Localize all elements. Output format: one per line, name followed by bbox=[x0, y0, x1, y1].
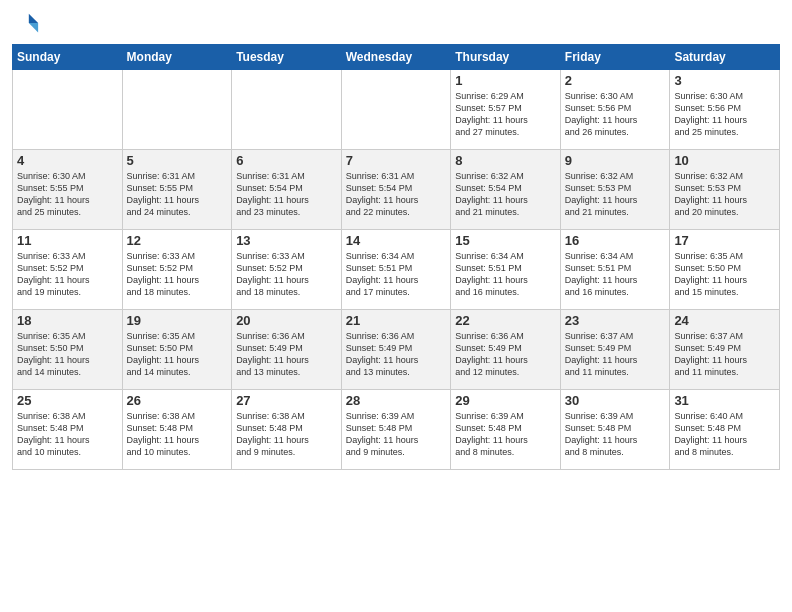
day-cell: 30Sunrise: 6:39 AM Sunset: 5:48 PM Dayli… bbox=[560, 390, 670, 470]
day-cell: 6Sunrise: 6:31 AM Sunset: 5:54 PM Daylig… bbox=[232, 150, 342, 230]
day-cell: 27Sunrise: 6:38 AM Sunset: 5:48 PM Dayli… bbox=[232, 390, 342, 470]
day-info: Sunrise: 6:37 AM Sunset: 5:49 PM Dayligh… bbox=[565, 330, 666, 379]
day-number: 25 bbox=[17, 393, 118, 408]
svg-marker-1 bbox=[29, 23, 38, 32]
day-number: 8 bbox=[455, 153, 556, 168]
column-header-tuesday: Tuesday bbox=[232, 45, 342, 70]
day-cell: 28Sunrise: 6:39 AM Sunset: 5:48 PM Dayli… bbox=[341, 390, 451, 470]
day-number: 29 bbox=[455, 393, 556, 408]
column-header-saturday: Saturday bbox=[670, 45, 780, 70]
day-number: 12 bbox=[127, 233, 228, 248]
day-info: Sunrise: 6:33 AM Sunset: 5:52 PM Dayligh… bbox=[236, 250, 337, 299]
logo bbox=[12, 10, 44, 38]
day-cell: 5Sunrise: 6:31 AM Sunset: 5:55 PM Daylig… bbox=[122, 150, 232, 230]
day-number: 7 bbox=[346, 153, 447, 168]
day-cell bbox=[122, 70, 232, 150]
day-cell: 4Sunrise: 6:30 AM Sunset: 5:55 PM Daylig… bbox=[13, 150, 123, 230]
day-cell: 29Sunrise: 6:39 AM Sunset: 5:48 PM Dayli… bbox=[451, 390, 561, 470]
day-info: Sunrise: 6:31 AM Sunset: 5:55 PM Dayligh… bbox=[127, 170, 228, 219]
day-info: Sunrise: 6:32 AM Sunset: 5:54 PM Dayligh… bbox=[455, 170, 556, 219]
day-info: Sunrise: 6:35 AM Sunset: 5:50 PM Dayligh… bbox=[17, 330, 118, 379]
day-cell: 16Sunrise: 6:34 AM Sunset: 5:51 PM Dayli… bbox=[560, 230, 670, 310]
day-info: Sunrise: 6:38 AM Sunset: 5:48 PM Dayligh… bbox=[236, 410, 337, 459]
day-number: 23 bbox=[565, 313, 666, 328]
day-info: Sunrise: 6:30 AM Sunset: 5:56 PM Dayligh… bbox=[565, 90, 666, 139]
day-info: Sunrise: 6:35 AM Sunset: 5:50 PM Dayligh… bbox=[674, 250, 775, 299]
day-info: Sunrise: 6:39 AM Sunset: 5:48 PM Dayligh… bbox=[565, 410, 666, 459]
week-row-4: 18Sunrise: 6:35 AM Sunset: 5:50 PM Dayli… bbox=[13, 310, 780, 390]
day-number: 1 bbox=[455, 73, 556, 88]
week-row-1: 1Sunrise: 6:29 AM Sunset: 5:57 PM Daylig… bbox=[13, 70, 780, 150]
day-info: Sunrise: 6:35 AM Sunset: 5:50 PM Dayligh… bbox=[127, 330, 228, 379]
day-number: 17 bbox=[674, 233, 775, 248]
day-number: 15 bbox=[455, 233, 556, 248]
day-info: Sunrise: 6:30 AM Sunset: 5:56 PM Dayligh… bbox=[674, 90, 775, 139]
week-row-5: 25Sunrise: 6:38 AM Sunset: 5:48 PM Dayli… bbox=[13, 390, 780, 470]
day-number: 31 bbox=[674, 393, 775, 408]
day-info: Sunrise: 6:31 AM Sunset: 5:54 PM Dayligh… bbox=[346, 170, 447, 219]
day-info: Sunrise: 6:39 AM Sunset: 5:48 PM Dayligh… bbox=[346, 410, 447, 459]
day-cell: 15Sunrise: 6:34 AM Sunset: 5:51 PM Dayli… bbox=[451, 230, 561, 310]
day-number: 28 bbox=[346, 393, 447, 408]
day-number: 24 bbox=[674, 313, 775, 328]
day-info: Sunrise: 6:32 AM Sunset: 5:53 PM Dayligh… bbox=[565, 170, 666, 219]
day-number: 4 bbox=[17, 153, 118, 168]
day-number: 22 bbox=[455, 313, 556, 328]
day-number: 26 bbox=[127, 393, 228, 408]
day-cell: 13Sunrise: 6:33 AM Sunset: 5:52 PM Dayli… bbox=[232, 230, 342, 310]
day-info: Sunrise: 6:36 AM Sunset: 5:49 PM Dayligh… bbox=[346, 330, 447, 379]
day-info: Sunrise: 6:40 AM Sunset: 5:48 PM Dayligh… bbox=[674, 410, 775, 459]
day-number: 20 bbox=[236, 313, 337, 328]
day-number: 5 bbox=[127, 153, 228, 168]
page-container: SundayMondayTuesdayWednesdayThursdayFrid… bbox=[0, 0, 792, 612]
day-cell: 14Sunrise: 6:34 AM Sunset: 5:51 PM Dayli… bbox=[341, 230, 451, 310]
day-cell: 31Sunrise: 6:40 AM Sunset: 5:48 PM Dayli… bbox=[670, 390, 780, 470]
day-info: Sunrise: 6:34 AM Sunset: 5:51 PM Dayligh… bbox=[455, 250, 556, 299]
header bbox=[12, 10, 780, 38]
day-cell: 23Sunrise: 6:37 AM Sunset: 5:49 PM Dayli… bbox=[560, 310, 670, 390]
day-info: Sunrise: 6:30 AM Sunset: 5:55 PM Dayligh… bbox=[17, 170, 118, 219]
day-cell: 17Sunrise: 6:35 AM Sunset: 5:50 PM Dayli… bbox=[670, 230, 780, 310]
day-cell bbox=[232, 70, 342, 150]
day-number: 18 bbox=[17, 313, 118, 328]
day-info: Sunrise: 6:38 AM Sunset: 5:48 PM Dayligh… bbox=[127, 410, 228, 459]
day-cell: 22Sunrise: 6:36 AM Sunset: 5:49 PM Dayli… bbox=[451, 310, 561, 390]
day-number: 14 bbox=[346, 233, 447, 248]
column-header-monday: Monday bbox=[122, 45, 232, 70]
day-info: Sunrise: 6:39 AM Sunset: 5:48 PM Dayligh… bbox=[455, 410, 556, 459]
day-cell: 21Sunrise: 6:36 AM Sunset: 5:49 PM Dayli… bbox=[341, 310, 451, 390]
svg-marker-0 bbox=[29, 14, 38, 23]
day-cell: 9Sunrise: 6:32 AM Sunset: 5:53 PM Daylig… bbox=[560, 150, 670, 230]
day-number: 9 bbox=[565, 153, 666, 168]
day-info: Sunrise: 6:34 AM Sunset: 5:51 PM Dayligh… bbox=[346, 250, 447, 299]
day-cell: 1Sunrise: 6:29 AM Sunset: 5:57 PM Daylig… bbox=[451, 70, 561, 150]
day-number: 6 bbox=[236, 153, 337, 168]
day-cell: 19Sunrise: 6:35 AM Sunset: 5:50 PM Dayli… bbox=[122, 310, 232, 390]
day-cell: 2Sunrise: 6:30 AM Sunset: 5:56 PM Daylig… bbox=[560, 70, 670, 150]
week-row-2: 4Sunrise: 6:30 AM Sunset: 5:55 PM Daylig… bbox=[13, 150, 780, 230]
day-cell: 20Sunrise: 6:36 AM Sunset: 5:49 PM Dayli… bbox=[232, 310, 342, 390]
day-info: Sunrise: 6:31 AM Sunset: 5:54 PM Dayligh… bbox=[236, 170, 337, 219]
day-cell: 8Sunrise: 6:32 AM Sunset: 5:54 PM Daylig… bbox=[451, 150, 561, 230]
column-header-thursday: Thursday bbox=[451, 45, 561, 70]
day-cell: 18Sunrise: 6:35 AM Sunset: 5:50 PM Dayli… bbox=[13, 310, 123, 390]
day-info: Sunrise: 6:33 AM Sunset: 5:52 PM Dayligh… bbox=[127, 250, 228, 299]
day-info: Sunrise: 6:33 AM Sunset: 5:52 PM Dayligh… bbox=[17, 250, 118, 299]
column-header-wednesday: Wednesday bbox=[341, 45, 451, 70]
day-number: 27 bbox=[236, 393, 337, 408]
day-number: 13 bbox=[236, 233, 337, 248]
day-cell: 24Sunrise: 6:37 AM Sunset: 5:49 PM Dayli… bbox=[670, 310, 780, 390]
day-cell: 12Sunrise: 6:33 AM Sunset: 5:52 PM Dayli… bbox=[122, 230, 232, 310]
day-cell bbox=[13, 70, 123, 150]
day-cell: 11Sunrise: 6:33 AM Sunset: 5:52 PM Dayli… bbox=[13, 230, 123, 310]
calendar-table: SundayMondayTuesdayWednesdayThursdayFrid… bbox=[12, 44, 780, 470]
day-number: 3 bbox=[674, 73, 775, 88]
day-info: Sunrise: 6:36 AM Sunset: 5:49 PM Dayligh… bbox=[236, 330, 337, 379]
day-info: Sunrise: 6:37 AM Sunset: 5:49 PM Dayligh… bbox=[674, 330, 775, 379]
column-header-friday: Friday bbox=[560, 45, 670, 70]
day-info: Sunrise: 6:29 AM Sunset: 5:57 PM Dayligh… bbox=[455, 90, 556, 139]
calendar-header-row: SundayMondayTuesdayWednesdayThursdayFrid… bbox=[13, 45, 780, 70]
day-number: 2 bbox=[565, 73, 666, 88]
day-info: Sunrise: 6:34 AM Sunset: 5:51 PM Dayligh… bbox=[565, 250, 666, 299]
day-number: 21 bbox=[346, 313, 447, 328]
